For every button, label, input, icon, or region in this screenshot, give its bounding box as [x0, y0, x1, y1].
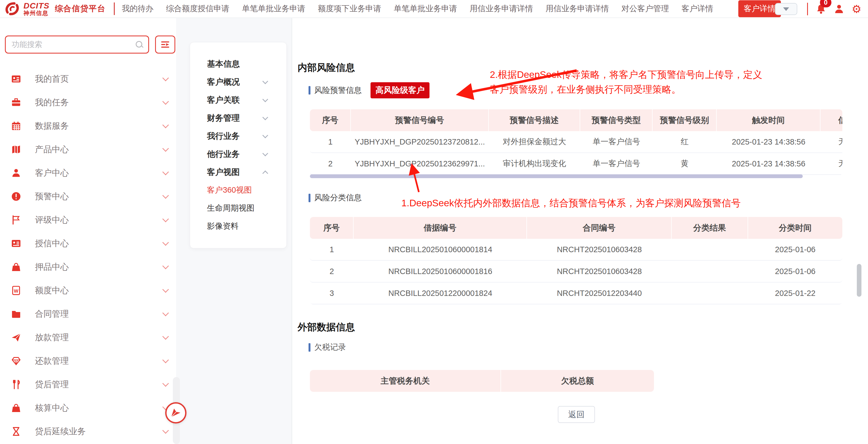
risk-class-subheader: 风险分类信息 [309, 193, 362, 203]
sidebar-item-contract-mgmt[interactable]: 合同管理 [0, 302, 176, 326]
app-window: DCITS 神州信息 综合信贷平台 我的待办 综合额度授信申请 单笔单批业务申请… [0, 0, 868, 444]
chevron-down-icon [162, 380, 169, 387]
nav-item-credit-use-detail-2[interactable]: 用信业务申请详情 [546, 3, 609, 14]
sidebar-item-accounting-center[interactable]: 核算中心 [0, 396, 176, 420]
flag-icon [11, 215, 21, 225]
utensils-icon [11, 379, 21, 390]
user-profile-button[interactable] [834, 4, 844, 14]
sidebar-item-my-tasks[interactable]: 我的任务 [0, 91, 176, 114]
submenu-item-customer-360-view[interactable]: 客户360视图 [207, 181, 286, 199]
annotation-1: 1.DeepSeek依托内外部数据信息，结合预警信号体系，为客户探测风险预警信号 [401, 196, 741, 210]
person-icon [11, 168, 21, 178]
section-bar [309, 194, 310, 202]
sidebar-menu: 我的首页 我的任务 数据服务 产品中心 客户中心 预警中心 评级中心 授信中心 … [0, 67, 176, 443]
risk-class-table: 序号 借据编号 合同编号 分类结果 分类时间 1 NRCBILL20250106… [310, 217, 842, 304]
hourglass-icon [11, 426, 21, 437]
sidebar-item-collateral-center[interactable]: 押品中心 [0, 255, 176, 279]
sidebar-item-product-center[interactable]: 产品中心 [0, 138, 176, 161]
nav-item-customer-detail[interactable]: 客户详情 [682, 3, 713, 14]
submenu-item-lifecycle-view[interactable]: 生命周期视图 [207, 199, 286, 217]
diamond-icon [11, 356, 21, 366]
page-vertical-scrollbar[interactable] [857, 264, 862, 297]
submenu-item-customer-view[interactable]: 客户视图 [207, 163, 286, 181]
chevron-down-icon [162, 215, 169, 222]
sidebar-item-post-loan-continuation[interactable]: 贷后延续业务 [0, 420, 176, 443]
submenu-item-basic-info[interactable]: 基本信息 [207, 55, 286, 73]
main-sidebar: 我的首页 我的任务 数据服务 产品中心 客户中心 预警中心 评级中心 授信中心 … [0, 18, 176, 444]
section-bar [309, 86, 310, 94]
document-w-icon [11, 285, 21, 296]
chevron-down-icon [162, 145, 169, 152]
table-header-row: 序号 借据编号 合同编号 分类结果 分类时间 [310, 217, 842, 239]
table-header-row: 序号 预警信号编号 预警信号描述 预警信号类型 预警信号级别 触发时间 信 [310, 109, 842, 131]
submenu-item-our-bank-business[interactable]: 我行业务 [207, 127, 286, 145]
tab-customer-detail-active[interactable]: 客户详情 [738, 0, 781, 17]
table-row[interactable]: 1 NRCBILL2025010600001814 NRCHT202501060… [310, 239, 842, 261]
tab-overflow-dropdown-button[interactable] [775, 3, 797, 15]
search-icon [135, 40, 143, 49]
sidebar-item-customer-center[interactable]: 客户中心 [0, 161, 176, 185]
function-search-input[interactable] [12, 40, 135, 49]
main-content: 内部风险信息 风险预警信息 高风险级客户 2.根据DeepSeek传导策略，将客… [293, 18, 868, 444]
table-horizontal-scrollbar[interactable] [310, 174, 803, 178]
nav-item-credit-limit-apply[interactable]: 综合额度授信申请 [166, 3, 229, 14]
chevron-down-icon [783, 7, 789, 11]
chevron-down-icon [162, 192, 169, 199]
chevron-down-icon [162, 98, 169, 105]
chevron-down-icon [162, 333, 169, 339]
sidebar-item-post-loan-mgmt[interactable]: 贷后管理 [0, 373, 176, 396]
briefcase-icon [11, 97, 21, 108]
chevron-down-icon [262, 78, 268, 84]
brand-logo: DCITS 神州信息 综合信贷平台 [0, 1, 106, 17]
sidebar-item-rating-center[interactable]: 评级中心 [0, 208, 176, 232]
chevron-down-icon [162, 309, 169, 316]
submenu-item-image-materials[interactable]: 影像资料 [207, 217, 286, 235]
chevron-down-icon [162, 169, 169, 175]
menu-toggle-button[interactable] [155, 35, 175, 54]
submenu-item-other-bank-business[interactable]: 他行业务 [207, 145, 286, 163]
back-button[interactable]: 返回 [558, 406, 595, 423]
chevron-down-icon [262, 150, 268, 156]
nav-item-my-todo[interactable]: 我的待办 [122, 3, 153, 14]
annotation-2: 2.根据DeepSeek传导策略，将客户名下预警信号向上传导，定义 客户预警级别… [490, 67, 762, 97]
nav-item-credit-use-detail[interactable]: 用信业务申请详情 [470, 3, 533, 14]
table-row[interactable]: 1 YJBHYJXH_DGP20250123720812... 对外担保金额过大… [310, 131, 842, 153]
nav-item-single-batch-apply[interactable]: 单笔单批业务申请 [242, 3, 305, 14]
sidebar-item-limit-center[interactable]: 额度中心 [0, 279, 176, 302]
sidebar-item-warning-center[interactable]: 预警中心 [0, 185, 176, 208]
nav-item-under-limit-apply[interactable]: 额度项下业务申请 [318, 3, 381, 14]
bag-icon [11, 262, 21, 272]
submenu-item-finance-mgmt[interactable]: 财务管理 [207, 109, 286, 127]
chevron-down-icon [262, 132, 268, 138]
tax-record-title: 欠税记录 [314, 342, 346, 353]
alert-circle-icon [11, 191, 21, 202]
table-row[interactable]: 2 YJBHYJXH_DGP20250123629971... 审计机构出现变化… [310, 153, 842, 175]
calendar-icon [11, 121, 21, 131]
chevron-down-icon [262, 114, 268, 120]
sidebar-item-credit-center[interactable]: 授信中心 [0, 232, 176, 255]
chevron-down-icon [162, 427, 169, 434]
sidebar-item-disbursement-mgmt[interactable]: 放款管理 [0, 326, 176, 349]
idcard-icon [11, 238, 21, 249]
sidebar-item-my-home[interactable]: 我的首页 [0, 67, 176, 91]
notification-bell-button[interactable]: 0 [815, 4, 827, 14]
chevron-down-icon [162, 357, 169, 363]
sidebar-item-repayment-mgmt[interactable]: 还款管理 [0, 349, 176, 373]
table-row[interactable]: 2 NRCBILL2025010600001816 NRCHT202501060… [310, 261, 842, 283]
table-row[interactable]: 3 NRCBILL2025012200001824 NRCHT202501220… [310, 283, 842, 304]
customer-detail-submenu: 基本信息 客户概况 客户关联 财务管理 我行业务 他行业务 客户视图 客户360… [190, 42, 287, 248]
risk-warning-table: 序号 预警信号编号 预警信号描述 预警信号类型 预警信号级别 触发时间 信 1 … [310, 109, 842, 175]
sidebar-collapse-button[interactable] [165, 402, 186, 423]
submenu-item-customer-relations[interactable]: 客户关联 [207, 91, 286, 109]
settings-gear-button[interactable]: ⚙ [851, 4, 862, 14]
tax-table: 主管税务机关 欠税总额 [310, 370, 654, 392]
brand-company: DCITS [24, 1, 50, 10]
submenu-item-customer-overview[interactable]: 客户概况 [207, 73, 286, 91]
top-nav: 我的待办 综合额度授信申请 单笔单批业务申请 额度项下业务申请 单笔单批业务申请… [122, 0, 781, 17]
notification-badge: 0 [820, 0, 831, 7]
sidebar-item-data-services[interactable]: 数据服务 [0, 114, 176, 138]
nav-item-single-batch-apply-2[interactable]: 单笔单批业务申请 [394, 3, 457, 14]
nav-item-corporate-customer-mgmt[interactable]: 对公客户管理 [621, 3, 669, 14]
idcard-icon [11, 74, 21, 84]
section-title-external-data: 外部数据信息 [298, 321, 355, 334]
